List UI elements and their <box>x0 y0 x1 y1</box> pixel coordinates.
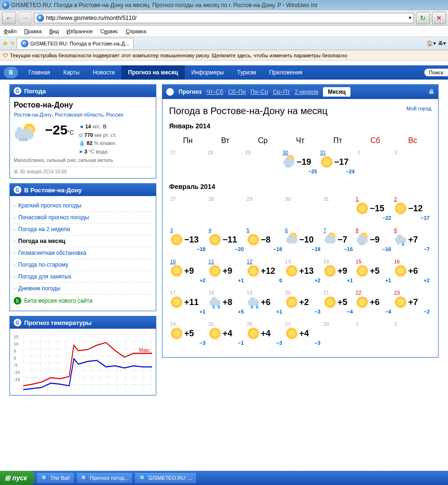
forecast-tab[interactable]: Сб–Пн <box>228 89 245 95</box>
sidebar-link[interactable]: ▫Геомагнитная обстановка <box>14 247 152 259</box>
temp-high: +6 <box>370 297 380 307</box>
calendar-cell[interactable]: 31−17−24 <box>319 148 357 179</box>
browser-tab[interactable]: GISMETEO.RU: Погода в Ростове-на-Д... <box>17 38 134 49</box>
calendar-cell[interactable]: 7−7−16 <box>323 225 355 257</box>
calendar-cell[interactable]: 24+5−3 <box>169 319 207 350</box>
address-bar[interactable]: ▾ <box>34 13 414 23</box>
temp-high: +4 <box>223 329 233 339</box>
print-icon[interactable]: 🖶 <box>429 89 434 95</box>
day-number: 21 <box>323 290 354 296</box>
calendar-cell[interactable]: 9❄💧+7−7 <box>393 225 431 257</box>
bc-country[interactable]: Россия <box>106 112 123 117</box>
forecast-tab[interactable]: Чт–Сб <box>206 89 224 95</box>
nav-item[interactable]: Прогноз на месяц <box>121 65 185 80</box>
taskbar-task[interactable]: The Bat! <box>36 472 74 484</box>
nav-item[interactable]: Главная <box>22 65 57 80</box>
security-infobar[interactable]: 🛡 Текущая настройка безопасности подверг… <box>0 50 448 61</box>
calendar-cell[interactable]: 22+6−4 <box>355 288 393 319</box>
forecast-title: Погода в Ростове-на-Дону на месяц <box>169 106 431 117</box>
calendar-cell[interactable]: 1−15−22 <box>355 194 393 225</box>
sidebar-link[interactable]: ▫Погода на 2 недели <box>14 224 152 235</box>
sidebar-link[interactable]: ▫Погода для занятых <box>14 271 152 283</box>
sidebar-link[interactable]: ▫Погода на месяц <box>14 235 152 247</box>
beta-link[interactable]: ББета-версия нового сайта <box>14 295 152 307</box>
taskbar-task[interactable]: Прогноз погод... <box>76 472 133 484</box>
calendar-cell[interactable]: 23+7−2 <box>393 288 431 319</box>
forecast-tabs: Прогноз Чт–СбСб–ПнПн–СрСр–Пт2 неделиМеся… <box>162 85 438 99</box>
calendar-cell[interactable]: 27+4−3 <box>284 319 323 350</box>
back-button[interactable]: ← <box>2 12 16 24</box>
calendar-cell[interactable]: 5−8−18 <box>246 225 284 257</box>
forecast-tab[interactable]: Пн–Ср <box>251 89 268 95</box>
calendar-cell[interactable]: 11+9+1 <box>207 257 246 288</box>
menu-favorites[interactable]: Избранное <box>66 28 93 34</box>
calendar-cell[interactable]: 3−13−18 <box>169 225 207 257</box>
sidebar-link[interactable]: ▫Дневник погоды <box>14 283 152 295</box>
nav-item[interactable]: Карты <box>57 65 86 80</box>
dropdown-icon[interactable]: ▾ <box>409 15 412 21</box>
forecast-tab[interactable]: 2 недели <box>295 89 318 95</box>
calendar-cell[interactable]: 8❄❄❄−9−16 <box>355 225 393 257</box>
weather-desc: Малооблачно, сильный снег, сильная метел… <box>14 158 152 163</box>
dow-header: Вт <box>206 134 244 148</box>
search-button[interactable]: Поиск <box>424 69 448 76</box>
menu-help[interactable]: Справка <box>126 28 146 34</box>
sidebar-link[interactable]: ▫Погода по-старому <box>14 259 152 271</box>
home-icon[interactable]: 🏠▾ <box>427 40 436 46</box>
url-input[interactable] <box>46 15 407 21</box>
city-name: Ростов-на-Дону <box>14 101 152 109</box>
start-button[interactable]: ⊞пуск <box>0 471 35 485</box>
forecast-tab[interactable]: Ср–Пт <box>273 89 290 95</box>
refresh-button[interactable]: ↻ <box>416 12 430 24</box>
forecast-tab[interactable]: Месяц <box>323 87 350 97</box>
sidebar-link[interactable]: ▫Почасовой прогноз погоды <box>14 212 152 224</box>
calendar-cell[interactable]: 26+4−3 <box>246 319 284 350</box>
calendar-cell[interactable]: 10+9+2 <box>169 257 207 288</box>
calendar-cell[interactable]: 17+11+1 <box>169 288 207 319</box>
calendar-cell[interactable]: 6−10−18 <box>284 225 323 257</box>
menu-view[interactable]: Вид <box>49 28 59 34</box>
calendar-cell[interactable]: 16+6+2 <box>393 257 431 288</box>
water-unit: °C вода <box>89 149 108 154</box>
bc-city[interactable]: Ростов-на-Дону <box>14 112 52 117</box>
menu-tools[interactable]: Сервис <box>100 28 118 34</box>
temp-low: −7 <box>394 246 430 252</box>
temp-high: −19 <box>296 157 311 167</box>
menu-file[interactable]: Файл <box>4 28 17 34</box>
bc-region[interactable]: Ростовская область <box>55 112 103 117</box>
temp-chart-panel: GПрогноз температуры 151050-5-10-15 Макс <box>9 316 156 395</box>
nav-item[interactable]: Туризм <box>231 65 263 80</box>
nav-item[interactable]: Информеры <box>185 65 231 80</box>
calendar-cell[interactable]: 25+4−1 <box>207 319 246 350</box>
print-icon[interactable]: 🖶▾ <box>438 40 446 46</box>
calendar-cell[interactable]: 4−11−20 <box>207 225 246 257</box>
my-city-link[interactable]: Мой город <box>406 106 431 111</box>
sidebar-link[interactable]: ▫Краткий прогноз погоды <box>14 200 152 212</box>
calendar: ПнВтСрЧтПтСбВс27282930❄❄❄−19−2531−17−241… <box>169 134 431 179</box>
forward-button[interactable]: → <box>18 12 32 24</box>
day-number: 24 <box>170 321 206 327</box>
temp-low: −3 <box>247 340 283 346</box>
day-number: 30 <box>285 196 322 202</box>
tab-icon <box>21 40 28 47</box>
vk-icon[interactable]: В <box>4 67 18 78</box>
calendar-cell[interactable]: 13+13+2 <box>284 257 323 288</box>
stop-button[interactable]: ✕ <box>432 12 446 24</box>
calendar-cell[interactable]: 2−12−17 <box>393 194 431 225</box>
favorites-star-icon[interactable]: ★ <box>2 39 9 48</box>
calendar-cell[interactable]: 12+120 <box>246 257 284 288</box>
calendar-cell[interactable]: 20+2−3 <box>284 288 323 319</box>
calendar-cell[interactable]: 14+9+1 <box>323 257 355 288</box>
nav-item[interactable]: Новости <box>86 65 121 80</box>
taskbar-task[interactable]: GISMETEO.RU: ... <box>134 472 196 484</box>
calendar-cell[interactable]: 30❄❄❄−19−25 <box>281 148 319 179</box>
day-number: 12 <box>247 259 283 264</box>
nav-item[interactable]: Приложения <box>262 65 309 80</box>
menu-edit[interactable]: Правка <box>24 28 42 34</box>
add-favorites-icon[interactable]: ✚ <box>10 40 15 46</box>
calendar-cell[interactable]: 18💧💧+8+5 <box>207 288 246 319</box>
calendar-cell[interactable]: 15+5+1 <box>355 257 393 288</box>
forecast-label: Прогноз <box>179 89 202 95</box>
calendar-cell[interactable]: 21+5−4 <box>323 288 355 319</box>
calendar-cell[interactable]: 19💧💧+6+1 <box>246 288 284 319</box>
